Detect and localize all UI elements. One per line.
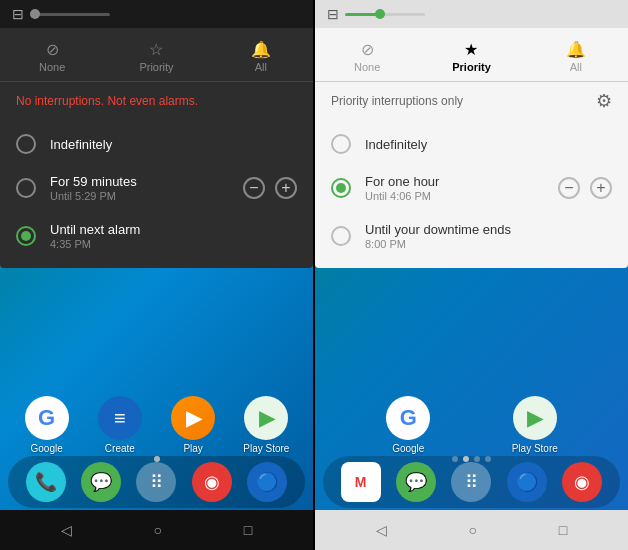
left-notification-panel: ⊟ ⊘ None ☆ Priority 🔔 All No interruptio… <box>0 0 313 268</box>
radio-59min-left[interactable] <box>16 178 36 198</box>
dock-chrome-left[interactable]: ◉ <box>192 462 232 502</box>
increment-btn-right[interactable]: + <box>590 177 612 199</box>
option-59min-left[interactable]: For 59 minutes Until 5:29 PM − + <box>0 164 313 212</box>
dock-chrome-right[interactable]: ◉ <box>562 462 602 502</box>
app-play-left[interactable]: ▶ Play <box>166 396 221 454</box>
priority-info-text: Priority interruptions only <box>331 94 463 108</box>
google-icon-left: G <box>25 396 69 440</box>
tab-all-left[interactable]: 🔔 All <box>209 36 313 77</box>
none-icon-left: ⊘ <box>46 40 59 59</box>
tab-none-right[interactable]: ⊘ None <box>315 36 419 77</box>
stepper-onehour-right: − + <box>558 177 612 199</box>
nav-bar-right: ◁ ○ □ <box>315 510 628 550</box>
slider-thumb-left <box>30 9 40 19</box>
option-downtime-label-right: Until your downtime ends <box>365 222 612 237</box>
options-list-left: Indefinitely For 59 minutes Until 5:29 P… <box>0 120 313 268</box>
none-icon-right: ⊘ <box>361 40 374 59</box>
bottom-dock-left: 📞 💬 ⠿ ◉ 🔵 <box>8 456 305 508</box>
app-row-left: G Google ≡ Create ▶ Play ▶ Play Store <box>10 396 303 454</box>
app-playstore-left[interactable]: ▶ Play Store <box>239 396 294 454</box>
nav-back-right[interactable]: ◁ <box>376 522 387 538</box>
dock-photos-left[interactable]: 🔵 <box>247 462 287 502</box>
app-google-left[interactable]: G Google <box>19 396 74 454</box>
option-alarm-left[interactable]: Until next alarm 4:35 PM <box>0 212 313 260</box>
tab-all-label-left: All <box>255 61 267 73</box>
google-icon-right: G <box>386 396 430 440</box>
dock-gmail-right[interactable]: M <box>341 462 381 502</box>
tab-none-label-left: None <box>39 61 65 73</box>
vibrate-icon-right: ⊟ <box>327 6 339 22</box>
dock-apps-left[interactable]: ⠿ <box>136 462 176 502</box>
decrement-btn-left[interactable]: − <box>243 177 265 199</box>
priority-info-row: Priority interruptions only ⚙ <box>315 82 628 120</box>
options-list-right: Indefinitely For one hour Until 4:06 PM … <box>315 120 628 268</box>
nav-home-right[interactable]: ○ <box>469 522 477 538</box>
all-icon-right: 🔔 <box>566 40 586 59</box>
option-indefinitely-label-right: Indefinitely <box>365 137 612 152</box>
gear-icon-right[interactable]: ⚙ <box>596 90 612 112</box>
option-downtime-right[interactable]: Until your downtime ends 8:00 PM <box>315 212 628 260</box>
nav-recents-left[interactable]: □ <box>244 522 252 538</box>
right-notification-panel: ⊟ ⊘ None ★ Priority 🔔 All Priority inte <box>315 0 628 268</box>
tab-priority-label-right: Priority <box>452 61 491 73</box>
radio-indefinitely-right[interactable] <box>331 134 351 154</box>
left-phone-panel: ⊟ ⊘ None ☆ Priority 🔔 All No interruptio… <box>0 0 313 550</box>
priority-icon-left: ☆ <box>149 40 163 59</box>
app-create-left[interactable]: ≡ Create <box>92 396 147 454</box>
slider-fill-right <box>345 13 377 16</box>
radio-onehour-right[interactable] <box>331 178 351 198</box>
left-status-bar: ⊟ <box>0 0 313 28</box>
right-phone-panel: ⊟ ⊘ None ★ Priority 🔔 All Priority inte <box>315 0 628 550</box>
dock-photos-right[interactable]: 🔵 <box>507 462 547 502</box>
right-dnd-tabs: ⊘ None ★ Priority 🔔 All <box>315 28 628 82</box>
nav-back-left[interactable]: ◁ <box>61 522 72 538</box>
create-icon-left: ≡ <box>98 396 142 440</box>
tab-all-label-right: All <box>570 61 582 73</box>
alert-message-left: No interruptions. Not even alarms. <box>0 82 313 120</box>
tab-none-left[interactable]: ⊘ None <box>0 36 104 77</box>
option-59min-sub-left: Until 5:29 PM <box>50 190 243 202</box>
dock-hangouts-left[interactable]: 💬 <box>81 462 121 502</box>
option-indefinitely-right[interactable]: Indefinitely <box>315 124 628 164</box>
playstore-icon-left: ▶ <box>244 396 288 440</box>
slider-thumb-right <box>375 9 385 19</box>
option-59min-label-left: For 59 minutes <box>50 174 243 189</box>
option-downtime-sub-right: 8:00 PM <box>365 238 612 250</box>
app-google-right[interactable]: G Google <box>381 396 436 454</box>
tab-priority-right[interactable]: ★ Priority <box>419 36 523 77</box>
tab-priority-label-left: Priority <box>139 61 173 73</box>
dock-hangouts-right[interactable]: 💬 <box>396 462 436 502</box>
option-onehour-sub-right: Until 4:06 PM <box>365 190 558 202</box>
all-icon-left: 🔔 <box>251 40 271 59</box>
decrement-btn-right[interactable]: − <box>558 177 580 199</box>
vibrate-icon-left: ⊟ <box>12 6 24 22</box>
radio-indefinitely-left[interactable] <box>16 134 36 154</box>
app-row-right: G Google ▶ Play Store <box>325 396 618 454</box>
option-indefinitely-label-left: Indefinitely <box>50 137 297 152</box>
option-onehour-right[interactable]: For one hour Until 4:06 PM − + <box>315 164 628 212</box>
tab-none-label-right: None <box>354 61 380 73</box>
option-alarm-label-left: Until next alarm <box>50 222 297 237</box>
left-dnd-tabs: ⊘ None ☆ Priority 🔔 All <box>0 28 313 82</box>
nav-bar-left: ◁ ○ □ <box>0 510 313 550</box>
dock-phone-left[interactable]: 📞 <box>26 462 66 502</box>
option-alarm-sub-left: 4:35 PM <box>50 238 297 250</box>
nav-home-left[interactable]: ○ <box>154 522 162 538</box>
stepper-59min-left: − + <box>243 177 297 199</box>
dock-apps-right[interactable]: ⠿ <box>451 462 491 502</box>
app-playstore-right[interactable]: ▶ Play Store <box>507 396 562 454</box>
nav-recents-right[interactable]: □ <box>559 522 567 538</box>
increment-btn-left[interactable]: + <box>275 177 297 199</box>
tab-priority-left[interactable]: ☆ Priority <box>104 36 208 77</box>
volume-slider-right[interactable] <box>345 13 425 16</box>
right-status-bar: ⊟ <box>315 0 628 28</box>
radio-alarm-left[interactable] <box>16 226 36 246</box>
volume-slider-left[interactable] <box>30 13 110 16</box>
tab-all-right[interactable]: 🔔 All <box>524 36 628 77</box>
radio-downtime-right[interactable] <box>331 226 351 246</box>
priority-icon-right: ★ <box>464 40 478 59</box>
play-icon-left: ▶ <box>171 396 215 440</box>
bottom-dock-right: M 💬 ⠿ 🔵 ◉ <box>323 456 620 508</box>
option-indefinitely-left[interactable]: Indefinitely <box>0 124 313 164</box>
option-onehour-label-right: For one hour <box>365 174 558 189</box>
